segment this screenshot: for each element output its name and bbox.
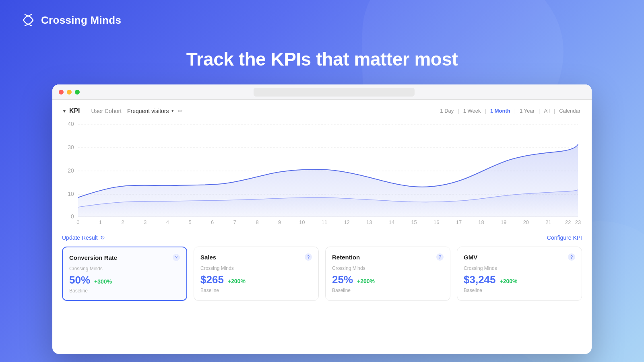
card-title-0: Conversion Rate [69,254,117,261]
kpi-chevron-icon[interactable]: ▼ [62,108,67,114]
svg-text:2: 2 [121,219,124,225]
svg-text:9: 9 [278,219,281,225]
card-title-2: Retention [332,254,360,261]
user-cohort-label: User Cohort [91,108,122,114]
svg-text:8: 8 [256,219,258,225]
chart-svg: 0 10 20 30 40 [62,120,582,229]
chart-area: 0 10 20 30 40 [62,120,582,229]
kpi-cards: Conversion Rate ? Crossing Minds 50% +30… [62,247,582,301]
svg-text:3: 3 [144,219,147,225]
svg-text:14: 14 [389,219,394,225]
traffic-light-minimize[interactable] [67,90,72,95]
card-metrics-3: $3,245 +200% [464,274,575,286]
card-baseline-1: Baseline [200,288,312,293]
card-value-3: $3,245 [464,274,496,286]
svg-text:30: 30 [68,144,74,150]
svg-text:12: 12 [344,219,349,225]
time-filters: 1 Day | 1 Week | 1 Month | 1 Year | All … [438,107,582,115]
svg-text:23: 23 [575,219,581,225]
svg-text:16: 16 [433,219,439,225]
card-baseline-2: Baseline [332,288,444,293]
card-metrics-1: $265 +200% [200,274,312,286]
svg-text:11: 11 [322,219,327,225]
svg-text:18: 18 [478,219,484,225]
time-filter-1month[interactable]: 1 Month [489,107,512,115]
brand-name: Crossing Minds [41,14,121,27]
card-header-0: Conversion Rate ? [69,254,180,261]
url-bar [254,88,415,97]
hero-title: Track the KPIs that matter most [0,48,644,70]
time-filter-1week[interactable]: 1 Week [462,107,483,115]
card-baseline-0: Baseline [69,288,180,294]
time-filter-all[interactable]: All [542,107,551,115]
time-filter-1day[interactable]: 1 Day [438,107,455,115]
card-change-3: +200% [500,278,518,284]
svg-text:17: 17 [456,219,462,225]
svg-text:40: 40 [68,121,74,127]
card-brand-2: Crossing Minds [332,265,444,271]
svg-text:1: 1 [99,219,102,225]
card-baseline-3: Baseline [464,288,575,293]
card-change-0: +300% [94,278,112,285]
edit-icon[interactable]: ✏ [178,108,183,114]
svg-text:15: 15 [411,219,417,225]
kpi-label: KPI [69,107,80,115]
card-change-1: +200% [228,278,246,284]
svg-text:5: 5 [188,219,191,225]
time-filter-calendar[interactable]: Calendar [557,107,582,115]
card-header-1: Sales ? [200,253,312,261]
card-title-1: Sales [200,254,216,261]
svg-text:0: 0 [71,213,74,220]
svg-text:21: 21 [545,219,551,225]
info-icon-2[interactable]: ? [436,253,444,261]
svg-text:10: 10 [299,219,305,225]
svg-text:0: 0 [76,219,79,225]
svg-text:13: 13 [366,219,372,225]
card-value-1: $265 [200,274,224,286]
refresh-icon: ↻ [100,234,105,241]
kpi-card-1[interactable]: Sales ? Crossing Minds $265 +200% Baseli… [194,247,319,301]
dashboard-window: ▼ KPI User Cohort Frequent visitors ▾ ✏ … [52,84,592,354]
info-icon-1[interactable]: ? [305,253,312,261]
kpi-bar: ▼ KPI User Cohort Frequent visitors ▾ ✏ … [62,107,582,115]
svg-text:4: 4 [166,219,169,225]
svg-text:20: 20 [523,219,529,225]
header: Crossing Minds [20,12,121,28]
bottom-bar: Update Result ↻ Configure KPI [62,234,582,241]
card-value-0: 50% [69,274,90,286]
update-result-button[interactable]: Update Result ↻ [62,234,105,241]
update-result-label: Update Result [62,234,98,241]
svg-text:6: 6 [211,219,214,225]
traffic-light-close[interactable] [59,90,64,95]
svg-text:7: 7 [233,219,236,225]
card-title-3: GMV [464,254,477,261]
configure-kpi-button[interactable]: Configure KPI [547,234,582,241]
card-brand-0: Crossing Minds [69,266,180,272]
info-icon-3[interactable]: ? [568,253,575,261]
time-filter-1year[interactable]: 1 Year [518,107,536,115]
svg-text:22: 22 [565,219,571,225]
brand-logo-icon [20,12,36,28]
kpi-card-0[interactable]: Conversion Rate ? Crossing Minds 50% +30… [62,247,187,301]
card-change-2: +200% [357,278,375,284]
svg-text:19: 19 [501,219,506,225]
cohort-selected-value: Frequent visitors [127,108,169,114]
svg-text:10: 10 [68,191,74,197]
svg-text:20: 20 [68,167,74,174]
kpi-card-3[interactable]: GMV ? Crossing Minds $3,245 +200% Baseli… [457,247,582,301]
card-metrics-2: 25% +200% [332,274,444,286]
cohort-dropdown[interactable]: Frequent visitors ▾ [127,108,173,114]
traffic-light-maximize[interactable] [75,90,80,95]
info-icon-0[interactable]: ? [173,254,180,261]
window-chrome [52,84,592,100]
card-metrics-0: 50% +300% [69,274,180,286]
card-header-2: Retention ? [332,253,444,261]
cohort-chevron-down-icon: ▾ [171,108,174,113]
card-value-2: 25% [332,274,353,286]
card-brand-3: Crossing Minds [464,265,575,271]
card-header-3: GMV ? [464,253,575,261]
dashboard-content: ▼ KPI User Cohort Frequent visitors ▾ ✏ … [52,100,592,308]
card-brand-1: Crossing Minds [200,265,312,271]
kpi-card-2[interactable]: Retention ? Crossing Minds 25% +200% Bas… [325,247,450,301]
